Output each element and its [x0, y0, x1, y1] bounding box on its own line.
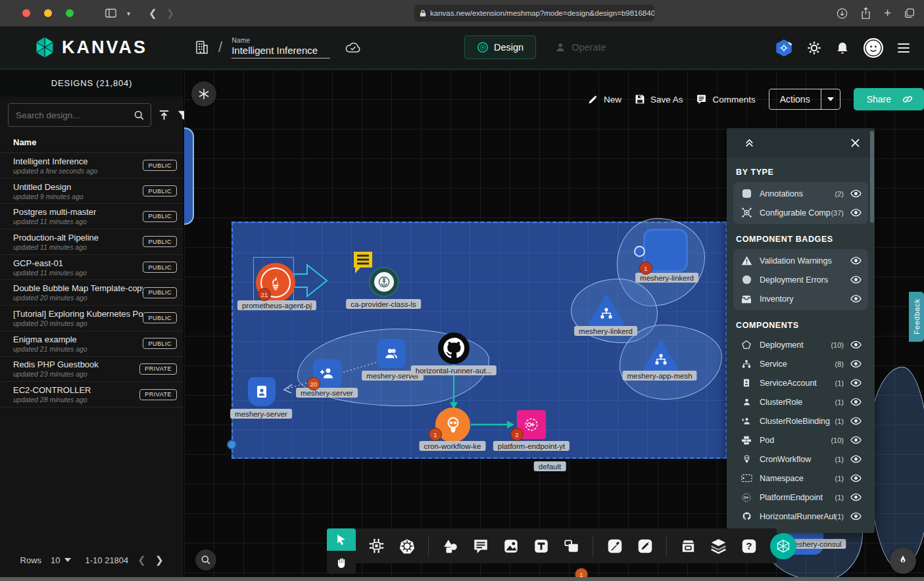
- actions-dropdown[interactable]: Actions: [769, 89, 840, 110]
- layer-row-annotations[interactable]: Annotations (2): [733, 184, 868, 203]
- eyedropper-tool[interactable]: [606, 537, 623, 555]
- component-row-horizontalrunnerautoscaler[interactable]: HorizontalRunnerAutoscaler (1): [733, 507, 868, 526]
- next-page-button[interactable]: ❯: [155, 554, 164, 566]
- downloads-icon[interactable]: [837, 8, 848, 19]
- collapse-panel-icon[interactable]: [744, 137, 755, 148]
- menu-hamburger-icon[interactable]: [898, 41, 910, 55]
- notifications-bell-icon[interactable]: [836, 41, 849, 55]
- design-search-input[interactable]: [14, 110, 134, 121]
- maximize-window-button[interactable]: [66, 9, 74, 17]
- visibility-eye-icon[interactable]: [850, 434, 862, 446]
- actions-caret-icon[interactable]: [821, 89, 840, 109]
- selection-resize-handle[interactable]: [227, 440, 237, 450]
- visibility-eye-icon[interactable]: [850, 415, 862, 427]
- visibility-eye-icon[interactable]: [850, 273, 862, 286]
- design-row[interactable]: GCP-east-01updated 11 minutes agoPUBLIC: [0, 255, 183, 281]
- node-meshery-server-serviceaccount[interactable]: [248, 377, 276, 406]
- design-row[interactable]: Production-alt Pipelineupdated 11 minute…: [0, 229, 183, 255]
- visibility-eye-icon[interactable]: [850, 510, 862, 523]
- shapes-tool[interactable]: [441, 537, 459, 555]
- pencil-tool[interactable]: [636, 537, 654, 555]
- panel-scrollbar[interactable]: [870, 131, 874, 223]
- component-row-clusterrole[interactable]: ClusterRole (1): [733, 392, 868, 411]
- sidebar-toggle-icon[interactable]: [105, 9, 116, 18]
- drawer-tool[interactable]: [679, 537, 697, 555]
- text-tool[interactable]: [532, 537, 550, 555]
- design-search-box[interactable]: [8, 103, 151, 127]
- design-name-input[interactable]: [231, 45, 330, 58]
- design-canvas[interactable]: meshery-consul 1 21 prometheus-a: [184, 70, 924, 581]
- back-button[interactable]: ❮: [149, 7, 157, 19]
- visibility-eye-icon[interactable]: [850, 377, 862, 389]
- forward-button[interactable]: ❯: [166, 7, 175, 19]
- visibility-eye-icon[interactable]: [850, 292, 862, 305]
- visibility-eye-icon[interactable]: [850, 453, 862, 465]
- design-row[interactable]: Postgres multi-masterupdated 11 minutes …: [0, 204, 183, 229]
- select-tool-button[interactable]: [327, 528, 356, 551]
- comment-tool[interactable]: [472, 537, 489, 555]
- component-row-service[interactable]: Service (8): [733, 354, 868, 373]
- design-row[interactable]: Intelligent Inferenceupdated a few secon…: [0, 153, 183, 179]
- snowflake-freeze-button[interactable]: [191, 81, 216, 106]
- minimize-window-button[interactable]: [44, 9, 52, 17]
- visibility-eye-icon[interactable]: [850, 206, 862, 219]
- design-name-field[interactable]: Name: [231, 36, 330, 58]
- zoom-button[interactable]: [195, 549, 216, 570]
- feedback-tab[interactable]: Feedback: [909, 292, 924, 342]
- search-icon[interactable]: [134, 110, 145, 121]
- node-github-runner[interactable]: [438, 333, 470, 364]
- address-bar[interactable]: kanvas.new/extension/meshmap?mode=design…: [414, 5, 654, 22]
- visibility-eye-icon[interactable]: [850, 187, 862, 200]
- settings-gear-icon[interactable]: [807, 41, 821, 55]
- close-panel-icon[interactable]: [850, 138, 860, 148]
- share-button[interactable]: Share: [854, 88, 924, 110]
- badge-row-inventory[interactable]: Inventory: [733, 289, 868, 308]
- prev-page-button[interactable]: ❮: [137, 554, 146, 566]
- save-as-button[interactable]: Save As: [635, 94, 683, 105]
- layers-tool[interactable]: [710, 537, 727, 555]
- help-tool[interactable]: ?: [740, 537, 758, 555]
- new-tab-icon[interactable]: +: [884, 6, 891, 20]
- annotation-comment-icon[interactable]: [352, 250, 374, 276]
- share-icon[interactable]: [861, 7, 871, 19]
- visibility-eye-icon[interactable]: [850, 472, 862, 484]
- design-row[interactable]: Double Bubble Map Template-copyupdated 2…: [0, 280, 183, 306]
- node-app-mesh-service[interactable]: [641, 338, 681, 372]
- component-row-clusterrolebinding[interactable]: ClusterRoleBinding (1): [733, 411, 868, 430]
- pen-mode-button[interactable]: [890, 547, 916, 574]
- visibility-eye-icon[interactable]: [850, 396, 862, 408]
- badge-row-validation-warnings[interactable]: Validation Warnings: [733, 251, 868, 270]
- tab-overview-icon[interactable]: [904, 8, 915, 18]
- new-design-button[interactable]: New: [588, 94, 621, 105]
- extension-badge[interactable]: 1: [775, 39, 792, 57]
- badge-row-deployment-errors[interactable]: Deployment Errors: [733, 270, 868, 289]
- visibility-eye-icon[interactable]: [850, 338, 862, 351]
- component-row-deployment[interactable]: Deployment (10): [733, 335, 868, 354]
- image-tool[interactable]: [502, 537, 520, 555]
- kanvas-logo[interactable]: KANVAS: [33, 35, 147, 59]
- visibility-eye-icon[interactable]: [850, 254, 862, 267]
- meshery-extension-button[interactable]: [770, 533, 796, 559]
- component-row-pod[interactable]: Pod (10): [733, 430, 868, 450]
- comments-button[interactable]: Comments: [696, 94, 755, 105]
- rows-per-page-select[interactable]: 10: [51, 555, 70, 565]
- design-row[interactable]: Untitled Designupdated 9 minutes agoPUBL…: [0, 179, 183, 204]
- import-design-icon[interactable]: [158, 109, 170, 122]
- layer-row-configurable[interactable]: Configurable Components (37): [733, 203, 868, 222]
- component-tool[interactable]: [368, 537, 385, 555]
- design-row[interactable]: Redis PHP Guestbookupdated 23 minutes ag…: [0, 357, 183, 383]
- component-row-platformendpoint[interactable]: PlatformEndpoint (1): [733, 488, 868, 507]
- component-row-namespace[interactable]: Namespace (1): [733, 469, 868, 488]
- design-row[interactable]: Enigma exampleupdated 21 minutes agoPUBL…: [0, 331, 183, 357]
- kubernetes-tool[interactable]: [398, 537, 416, 555]
- close-window-button[interactable]: [22, 9, 30, 17]
- organization-icon[interactable]: [193, 39, 209, 56]
- tab-operate[interactable]: Operate: [543, 35, 618, 59]
- user-avatar[interactable]: [863, 38, 883, 58]
- design-row[interactable]: EC2-CONTROLLERupdated 28 minutes agoPRIV…: [0, 382, 183, 407]
- design-row[interactable]: [Tutorial] Exploring Kubernetes Podupdat…: [0, 306, 183, 331]
- tab-design[interactable]: Design: [464, 35, 536, 59]
- component-row-serviceaccount[interactable]: ServiceAccount (1): [733, 373, 868, 392]
- component-row-cronworkflow[interactable]: CronWorkflow (1): [733, 450, 868, 469]
- visibility-eye-icon[interactable]: [850, 358, 862, 370]
